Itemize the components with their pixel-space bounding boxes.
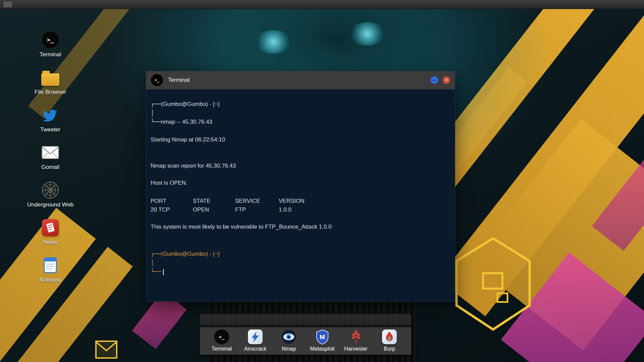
table-cell: 1.0.0 [279,205,448,214]
desktop-icon-terminal[interactable]: >_ Terminal [27,30,74,68]
table-header: SERVICE [235,197,279,205]
desktop-icon-column: >_ Terminal File Browser Tweeter Gomail [27,30,74,293]
table-header: STATE [193,197,235,205]
prompt-line: ┌──(Gumbo@Gumbo) - [~] [151,249,448,258]
desktop-icon-label: Underground Web [27,201,74,208]
eye-icon [281,329,296,344]
top-bar-tab[interactable] [3,2,12,7]
table-cell: OPEN [193,205,235,214]
dock-item-burp[interactable]: Burp [379,329,400,355]
desktop-icon-news[interactable]: News [27,218,74,255]
notepad-icon [43,257,58,274]
svg-text:M: M [320,334,325,341]
terminal-window: >_ Terminal ✕ ┌──(Gumbo@Gumbo) - [~] │ └… [146,71,455,302]
desktop-icon-notepad[interactable]: Notepad [27,255,74,293]
prompt-line: │ [151,109,448,117]
flame-icon [384,330,395,343]
top-bar [0,0,644,9]
close-icon: ✕ [445,78,448,82]
window-title: Terminal [168,77,190,83]
output-line: Starting Nmap at 06:22:54:10 [151,135,448,144]
folder-icon [41,73,59,86]
table-cell: FTP [235,205,279,214]
dock-item-nmap[interactable]: Nmap [278,329,300,355]
terminal-titlebar[interactable]: >_ Terminal ✕ [146,71,455,89]
dock-panel-shadow [200,314,411,325]
prompt-line: │ [151,258,448,267]
output-line: Host is OPEN. [151,179,448,187]
minimize-button[interactable] [431,76,438,84]
command-line: └──nmap -- 45.30.76.43 [151,117,448,126]
terminal-cursor [163,269,164,275]
dock-item-label: Nmap [282,346,296,352]
dock-item-terminal[interactable]: >_ Terminal [211,329,232,355]
wheat-icon [349,329,363,345]
table-cell: 20 TCP [151,205,193,214]
desktop-icon-gomail[interactable]: Gomail [27,143,74,180]
input-line[interactable]: └── [151,267,448,276]
desktop-icon-label: Tweeter [40,126,60,133]
close-button[interactable]: ✕ [443,76,450,84]
mail-icon [42,146,59,159]
envelope-outline [95,339,119,360]
terminal-output[interactable]: ┌──(Gumbo@Gumbo) - [~] │ └──nmap -- 45.3… [146,89,455,302]
desktop-icon-tweeter[interactable]: Tweeter [27,105,74,143]
window-controls: ✕ [431,76,450,84]
dock-item-label: Terminal [212,346,232,352]
news-icon [42,219,59,236]
dock: >_ Terminal Airocrack Nmap [200,327,411,355]
dock-item-label: Airocrack [244,346,267,352]
port-table: PORT STATE SERVICE VERSION 20 TCP OPEN F… [151,197,448,214]
prompt-line: ┌──(Gumbo@Gumbo) - [~] [151,100,448,109]
output-line: Nmap scan report for 45.30.76.43 [151,162,448,170]
terminal-icon: >_ [214,329,229,345]
desktop-icon-underground-web[interactable]: Underground Web [27,180,74,218]
dock-item-airocrack[interactable]: Airocrack [245,329,266,355]
desktop-icon-label: Terminal [40,51,61,58]
shield-icon: M [315,329,329,345]
desktop-icon-label: News [43,239,58,246]
desktop-icon-label: Gomail [41,164,59,171]
desktop-icon-file-browser[interactable]: File Browser [27,68,74,105]
dock-item-label: Metasploit [310,346,335,352]
dock-item-metasploit[interactable]: M Metasploit [312,329,333,355]
wallpaper-eye-glow [349,22,386,46]
table-header: VERSION [279,197,448,205]
web-icon [41,181,59,199]
desktop-icon-label: File Browser [35,89,66,96]
lightning-icon [249,331,261,343]
terminal-icon: >_ [41,31,59,49]
dock-item-label: Burp [384,346,395,352]
vulnerability-line: This system is most likely to be vulnera… [151,223,448,231]
dock-item-label: Harvester [344,346,367,352]
dock-item-harvester[interactable]: Harvester [345,329,367,355]
hexagon-outline [454,236,532,332]
bird-icon [43,107,58,123]
table-header: PORT [151,197,193,205]
desktop-icon-label: Notepad [40,277,61,283]
wallpaper-eye-glow [255,30,292,54]
terminal-titlebar-icon: >_ [151,74,163,86]
